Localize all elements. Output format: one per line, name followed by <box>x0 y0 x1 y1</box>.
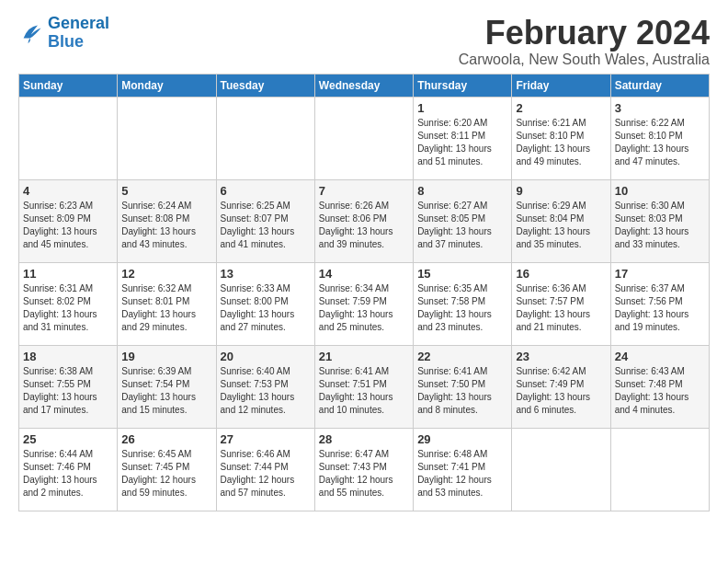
day-info: Sunrise: 6:41 AM Sunset: 7:50 PM Dayligh… <box>417 365 507 417</box>
header-sunday: Sunday <box>19 74 118 97</box>
day-number: 19 <box>121 350 211 363</box>
calendar-cell-w3-d0: 11Sunrise: 6:31 AM Sunset: 8:02 PM Dayli… <box>19 262 118 345</box>
calendar-cell-w4-d5: 23Sunrise: 6:42 AM Sunset: 7:49 PM Dayli… <box>512 345 610 428</box>
day-info: Sunrise: 6:38 AM Sunset: 7:55 PM Dayligh… <box>23 365 113 417</box>
logo-text: General Blue <box>48 15 109 52</box>
logo: General Blue <box>18 15 109 52</box>
day-info: Sunrise: 6:33 AM Sunset: 8:00 PM Dayligh… <box>221 282 311 334</box>
calendar-cell-w1-d0 <box>19 97 118 179</box>
day-number: 8 <box>417 184 507 198</box>
calendar-table: Sunday Monday Tuesday Wednesday Thursday… <box>18 74 710 511</box>
page-title: February 2024 <box>459 15 710 52</box>
day-info: Sunrise: 6:39 AM Sunset: 7:54 PM Dayligh… <box>121 365 211 417</box>
day-number: 23 <box>516 350 606 363</box>
calendar-cell-w5-d0: 25Sunrise: 6:44 AM Sunset: 7:46 PM Dayli… <box>19 428 118 511</box>
calendar-cell-w1-d1 <box>118 97 216 179</box>
day-info: Sunrise: 6:30 AM Sunset: 8:03 PM Dayligh… <box>615 200 705 251</box>
calendar-cell-w3-d2: 13Sunrise: 6:33 AM Sunset: 8:00 PM Dayli… <box>216 262 314 345</box>
calendar-cell-w5-d5 <box>512 428 610 511</box>
calendar-cell-w2-d5: 9Sunrise: 6:29 AM Sunset: 8:04 PM Daylig… <box>512 179 610 262</box>
calendar-cell-w3-d6: 17Sunrise: 6:37 AM Sunset: 7:56 PM Dayli… <box>610 262 709 345</box>
day-info: Sunrise: 6:27 AM Sunset: 8:05 PM Dayligh… <box>417 200 507 251</box>
calendar-cell-w4-d1: 19Sunrise: 6:39 AM Sunset: 7:54 PM Dayli… <box>118 345 216 428</box>
day-number: 4 <box>23 184 113 198</box>
day-info: Sunrise: 6:34 AM Sunset: 7:59 PM Dayligh… <box>319 282 409 334</box>
logo-line2: Blue <box>48 32 84 51</box>
calendar-cell-w4-d6: 24Sunrise: 6:43 AM Sunset: 7:48 PM Dayli… <box>610 345 709 428</box>
calendar-cell-w3-d1: 12Sunrise: 6:32 AM Sunset: 8:01 PM Dayli… <box>118 262 216 345</box>
title-block: February 2024 Carwoola, New South Wales,… <box>459 15 710 68</box>
calendar-cell-w4-d3: 21Sunrise: 6:41 AM Sunset: 7:51 PM Dayli… <box>314 345 413 428</box>
calendar-cell-w3-d3: 14Sunrise: 6:34 AM Sunset: 7:59 PM Dayli… <box>314 262 413 345</box>
calendar-week-2: 4Sunrise: 6:23 AM Sunset: 8:09 PM Daylig… <box>19 179 710 262</box>
day-info: Sunrise: 6:23 AM Sunset: 8:09 PM Dayligh… <box>23 200 113 251</box>
day-info: Sunrise: 6:44 AM Sunset: 7:46 PM Dayligh… <box>23 448 113 500</box>
day-info: Sunrise: 6:47 AM Sunset: 7:43 PM Dayligh… <box>319 448 409 500</box>
page-header: General Blue February 2024 Carwoola, New… <box>18 15 710 68</box>
page-subtitle: Carwoola, New South Wales, Australia <box>459 52 710 68</box>
calendar-cell-w5-d3: 28Sunrise: 6:47 AM Sunset: 7:43 PM Dayli… <box>314 428 413 511</box>
calendar-cell-w4-d0: 18Sunrise: 6:38 AM Sunset: 7:55 PM Dayli… <box>19 345 118 428</box>
calendar-cell-w5-d4: 29Sunrise: 6:48 AM Sunset: 7:41 PM Dayli… <box>414 428 512 511</box>
day-number: 7 <box>319 184 409 198</box>
day-number: 1 <box>417 101 507 115</box>
calendar-cell-w3-d4: 15Sunrise: 6:35 AM Sunset: 7:58 PM Dayli… <box>414 262 512 345</box>
calendar-cell-w3-d5: 16Sunrise: 6:36 AM Sunset: 7:57 PM Dayli… <box>512 262 610 345</box>
calendar-week-5: 25Sunrise: 6:44 AM Sunset: 7:46 PM Dayli… <box>19 428 710 511</box>
day-number: 9 <box>516 184 606 198</box>
day-number: 17 <box>615 267 705 281</box>
calendar-cell-w2-d1: 5Sunrise: 6:24 AM Sunset: 8:08 PM Daylig… <box>118 179 216 262</box>
calendar-week-4: 18Sunrise: 6:38 AM Sunset: 7:55 PM Dayli… <box>19 345 710 428</box>
calendar-header-row: Sunday Monday Tuesday Wednesday Thursday… <box>19 74 710 97</box>
day-info: Sunrise: 6:37 AM Sunset: 7:56 PM Dayligh… <box>615 282 705 334</box>
day-number: 27 <box>221 432 311 446</box>
day-number: 20 <box>221 350 311 363</box>
day-info: Sunrise: 6:26 AM Sunset: 8:06 PM Dayligh… <box>319 200 409 251</box>
calendar-cell-w4-d2: 20Sunrise: 6:40 AM Sunset: 7:53 PM Dayli… <box>216 345 314 428</box>
day-number: 22 <box>417 350 507 363</box>
calendar-cell-w2-d4: 8Sunrise: 6:27 AM Sunset: 8:05 PM Daylig… <box>414 179 512 262</box>
calendar-cell-w1-d5: 2Sunrise: 6:21 AM Sunset: 8:10 PM Daylig… <box>512 97 610 179</box>
calendar-cell-w1-d6: 3Sunrise: 6:22 AM Sunset: 8:10 PM Daylig… <box>610 97 709 179</box>
day-number: 13 <box>221 267 311 281</box>
day-info: Sunrise: 6:46 AM Sunset: 7:44 PM Dayligh… <box>221 448 311 500</box>
day-info: Sunrise: 6:32 AM Sunset: 8:01 PM Dayligh… <box>121 282 211 334</box>
day-info: Sunrise: 6:45 AM Sunset: 7:45 PM Dayligh… <box>121 448 211 500</box>
header-thursday: Thursday <box>414 74 512 97</box>
day-number: 6 <box>221 184 311 198</box>
day-number: 18 <box>23 350 113 363</box>
calendar-week-1: 1Sunrise: 6:20 AM Sunset: 8:11 PM Daylig… <box>19 97 710 179</box>
day-info: Sunrise: 6:48 AM Sunset: 7:41 PM Dayligh… <box>417 448 507 500</box>
day-number: 25 <box>23 432 113 446</box>
day-info: Sunrise: 6:20 AM Sunset: 8:11 PM Dayligh… <box>417 117 507 168</box>
day-info: Sunrise: 6:24 AM Sunset: 8:08 PM Dayligh… <box>121 200 211 251</box>
day-info: Sunrise: 6:40 AM Sunset: 7:53 PM Dayligh… <box>221 365 311 417</box>
day-number: 16 <box>516 267 606 281</box>
day-number: 29 <box>417 432 507 446</box>
day-number: 28 <box>319 432 409 446</box>
day-info: Sunrise: 6:43 AM Sunset: 7:48 PM Dayligh… <box>615 365 705 417</box>
day-number: 21 <box>319 350 409 363</box>
calendar-cell-w4-d4: 22Sunrise: 6:41 AM Sunset: 7:50 PM Dayli… <box>414 345 512 428</box>
calendar-cell-w1-d2 <box>216 97 314 179</box>
calendar-cell-w5-d1: 26Sunrise: 6:45 AM Sunset: 7:45 PM Dayli… <box>118 428 216 511</box>
calendar-cell-w2-d3: 7Sunrise: 6:26 AM Sunset: 8:06 PM Daylig… <box>314 179 413 262</box>
day-number: 2 <box>516 101 606 115</box>
day-number: 3 <box>615 101 705 115</box>
day-number: 10 <box>615 184 705 198</box>
day-number: 26 <box>121 432 211 446</box>
logo-line1: General <box>48 14 109 32</box>
day-info: Sunrise: 6:29 AM Sunset: 8:04 PM Dayligh… <box>516 200 606 251</box>
day-info: Sunrise: 6:35 AM Sunset: 7:58 PM Dayligh… <box>417 282 507 334</box>
header-tuesday: Tuesday <box>216 74 314 97</box>
header-wednesday: Wednesday <box>314 74 413 97</box>
day-info: Sunrise: 6:31 AM Sunset: 8:02 PM Dayligh… <box>23 282 113 334</box>
day-info: Sunrise: 6:41 AM Sunset: 7:51 PM Dayligh… <box>319 365 409 417</box>
calendar-cell-w2-d2: 6Sunrise: 6:25 AM Sunset: 8:07 PM Daylig… <box>216 179 314 262</box>
calendar-week-3: 11Sunrise: 6:31 AM Sunset: 8:02 PM Dayli… <box>19 262 710 345</box>
day-info: Sunrise: 6:42 AM Sunset: 7:49 PM Dayligh… <box>516 365 606 417</box>
calendar-cell-w2-d6: 10Sunrise: 6:30 AM Sunset: 8:03 PM Dayli… <box>610 179 709 262</box>
logo-icon <box>18 20 44 46</box>
day-number: 14 <box>319 267 409 281</box>
day-info: Sunrise: 6:22 AM Sunset: 8:10 PM Dayligh… <box>615 117 705 168</box>
